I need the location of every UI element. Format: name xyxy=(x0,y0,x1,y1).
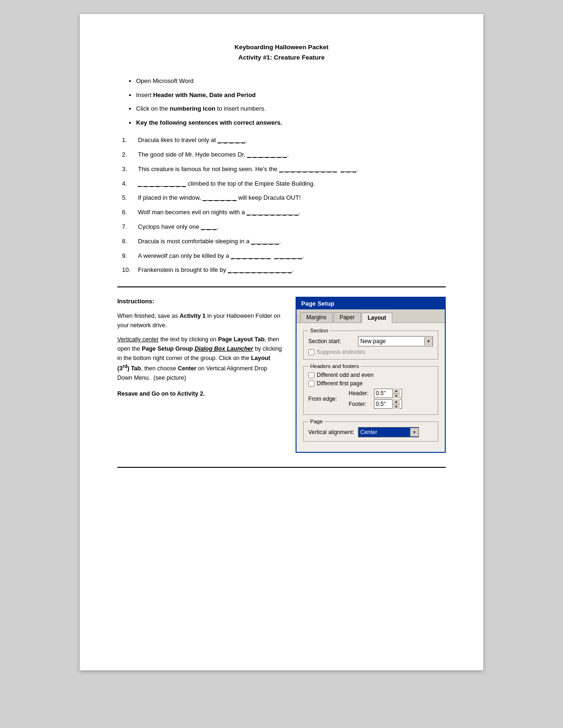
header-input-row: Header: ▲ ▼ xyxy=(349,389,402,398)
document-page: Keyboarding Halloween Packet Activity #1… xyxy=(80,14,483,670)
list-item: 10.Frankenstein is brought to life by _ … xyxy=(122,265,446,275)
tab-layout[interactable]: Layout xyxy=(362,313,392,323)
numbered-list: 1.Dracula likes to travel only at _ _ _ … xyxy=(122,135,446,275)
dialog-body: Section Section start: New page ▾ Suppre… xyxy=(297,323,445,452)
list-item: Insert Header with Name, Date and Period xyxy=(136,90,446,100)
footer-input[interactable] xyxy=(374,400,392,408)
bullet-list: Open Microsoft Word Insert Header with N… xyxy=(136,76,446,127)
resave-text: Resave and Go on to Activity 2. xyxy=(117,389,282,398)
tab-margins[interactable]: Margins xyxy=(300,312,333,323)
footer-label: Footer: xyxy=(349,401,372,407)
section-divider xyxy=(117,286,446,287)
list-item: 3.This creature is famous for not being … xyxy=(122,165,446,174)
list-item: 1.Dracula likes to travel only at _ _ _ … xyxy=(122,135,446,145)
bottom-section: Instructions: When finished, save as Act… xyxy=(117,297,446,453)
section-start-label: Section start: xyxy=(308,338,355,345)
bottom-divider xyxy=(117,467,446,468)
from-edge-label: From edge: xyxy=(308,396,346,402)
headers-footers-legend: Headers and footers xyxy=(308,363,361,369)
page-legend: Page xyxy=(308,419,325,424)
header-label: Header: xyxy=(349,390,372,397)
footer-up-arrow[interactable]: ▲ xyxy=(393,399,400,405)
section-start-value: New page xyxy=(360,338,424,345)
list-item: 8.Dracula is most comfortable sleeping i… xyxy=(122,237,446,247)
header-spinner[interactable]: ▲ ▼ xyxy=(374,389,402,398)
list-item: 2.The good side of Mr. Hyde becomes Dr. … xyxy=(122,150,446,160)
first-page-row: Different first page xyxy=(308,380,433,387)
odd-even-label: Different odd and even xyxy=(317,372,373,378)
section-legend: Section xyxy=(308,328,330,333)
list-item: 7.Cyclops have only one _ _ _. xyxy=(122,222,446,232)
page-title: Keyboarding Halloween Packet Activity #1… xyxy=(117,42,446,62)
list-item: 6.Wolf man becomes evil on nights with a… xyxy=(122,208,446,218)
from-edge-group: Header: ▲ ▼ Footer: xyxy=(349,389,402,409)
headers-footers-fieldset: Headers and footers Different odd and ev… xyxy=(303,363,438,415)
section-start-select[interactable]: New page ▾ xyxy=(358,336,433,346)
footer-down-arrow[interactable]: ▼ xyxy=(393,405,400,409)
section-start-row: Section start: New page ▾ xyxy=(308,336,433,346)
list-item: Key the following sentences with correct… xyxy=(136,118,446,128)
suppress-row: Suppress endnotes xyxy=(308,349,433,355)
header-up-arrow[interactable]: ▲ xyxy=(393,389,400,394)
vert-align-select[interactable]: Center ▾ xyxy=(358,427,419,437)
footer-input-row: Footer: ▲ ▼ xyxy=(349,399,402,409)
vertically-center-link: Vertically center xyxy=(117,336,159,343)
instructions-header: Instructions: xyxy=(117,297,282,307)
dialog-titlebar: Page Setup xyxy=(297,298,445,309)
list-item: 4._ _ _ _ _ _ _ _ climbed to the top of … xyxy=(122,179,446,189)
from-edge-row: From edge: Header: ▲ ▼ xyxy=(308,389,433,409)
odd-even-checkbox[interactable] xyxy=(308,372,314,378)
tab-paper[interactable]: Paper xyxy=(334,312,361,323)
vert-align-dropdown-arrow[interactable]: ▾ xyxy=(410,428,418,436)
dialog-tabs: Margins Paper Layout xyxy=(297,309,445,323)
header-down-arrow[interactable]: ▼ xyxy=(393,394,400,398)
instructions-section: Instructions: When finished, save as Act… xyxy=(117,297,282,403)
list-item: Click on the numbering icon to insert nu… xyxy=(136,104,446,113)
para-2: Vertically center the text by clicking o… xyxy=(117,335,282,383)
vert-align-row: Vertical alignment: Center ▾ xyxy=(308,427,433,437)
para-1: When finished, save as Activity 1 in you… xyxy=(117,311,282,330)
header-input[interactable] xyxy=(374,389,392,398)
footer-spinner[interactable]: ▲ ▼ xyxy=(374,399,402,409)
header-spinner-arrows: ▲ ▼ xyxy=(392,389,400,398)
first-page-label: Different first page xyxy=(317,380,363,387)
suppress-checkbox[interactable] xyxy=(308,349,314,355)
first-page-checkbox[interactable] xyxy=(308,381,314,387)
list-item: Open Microsoft Word xyxy=(136,76,446,86)
suppress-label: Suppress endnotes xyxy=(317,349,365,355)
vert-align-label: Vertical alignment: xyxy=(308,429,355,435)
section-start-dropdown-arrow[interactable]: ▾ xyxy=(424,337,433,345)
footer-spinner-arrows: ▲ ▼ xyxy=(392,399,400,409)
vert-align-value: Center xyxy=(360,429,410,435)
page-fieldset: Page Vertical alignment: Center ▾ xyxy=(303,419,438,442)
list-item: 5.If placed in the window, _ _ _ _ _ _ w… xyxy=(122,193,446,203)
list-item: 9.A werewolf can only be killed by a _ _… xyxy=(122,251,446,261)
odd-even-row: Different odd and even xyxy=(308,372,433,378)
section-fieldset: Section Section start: New page ▾ Suppre… xyxy=(303,328,438,360)
page-setup-dialog: Page Setup Margins Paper Layout Section … xyxy=(296,297,446,453)
